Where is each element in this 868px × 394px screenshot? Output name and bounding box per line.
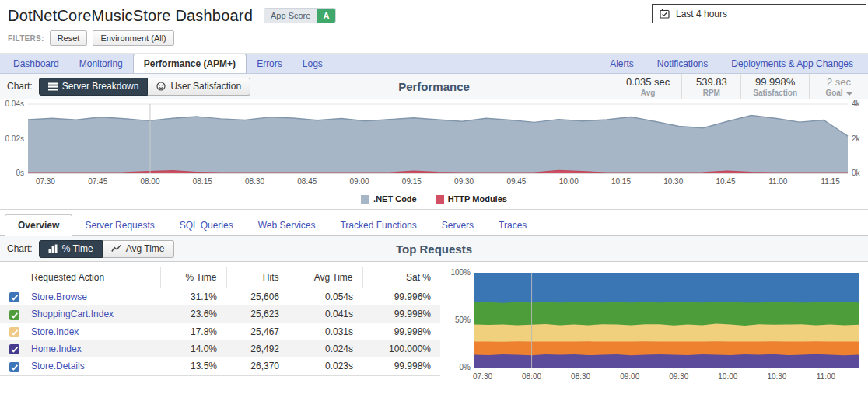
stat-avg-label: Avg: [641, 89, 656, 97]
row-checkbox[interactable]: [9, 344, 19, 354]
main-nav: Dashboard Monitoring Performance (APM+) …: [0, 53, 868, 74]
percent-time-toggle[interactable]: % Time: [39, 240, 103, 258]
svg-text:4k: 4k: [852, 99, 861, 108]
server-breakdown-label: Server Breakdown: [62, 81, 139, 92]
top-requests-content: Requested Action % Time Hits Avg Time Sa…: [0, 262, 868, 387]
svg-text:10:00: 10:00: [559, 177, 579, 186]
svg-text:08:00: 08:00: [522, 372, 541, 381]
pct-time-value: 17.8%: [160, 323, 226, 340]
subtab-overview[interactable]: Overview: [5, 214, 72, 236]
request-action-link[interactable]: ShoppingCart.Index: [26, 305, 160, 323]
subtab-traces[interactable]: Traces: [486, 215, 539, 235]
request-action-link[interactable]: Store.Details: [26, 357, 160, 375]
svg-text:09:00: 09:00: [350, 177, 369, 186]
reset-filters-button[interactable]: Reset: [50, 30, 88, 46]
pct-time-value: 14.0%: [160, 340, 226, 357]
filters-bar: FILTERS: Reset Environment (All): [0, 28, 868, 53]
row-checkbox[interactable]: [9, 310, 19, 320]
table-row: Store.Index 17.8% 25,467 0.031s 99.998%: [0, 323, 440, 340]
stat-rpm-label: RPM: [703, 89, 720, 97]
svg-text:10:30: 10:30: [767, 372, 786, 381]
app-score-label: App Score: [264, 9, 317, 23]
svg-text:08:30: 08:30: [245, 177, 264, 186]
check-icon: [9, 344, 19, 354]
stat-goal[interactable]: 2 sec Goal: [809, 74, 868, 99]
avg-time-value: 0.024s: [289, 340, 362, 357]
svg-text:10:30: 10:30: [663, 177, 683, 186]
stat-rpm: 539.83 RPM: [681, 74, 740, 99]
chart-label: Chart:: [7, 81, 33, 92]
page-title: DotNetCoreMusicStore Dashboard: [8, 7, 253, 25]
time-range-select[interactable]: Last 4 hours: [652, 4, 866, 23]
svg-text:09:30: 09:30: [669, 372, 688, 381]
legend-item-http-modules: HTTP Modules: [436, 194, 507, 204]
pct-time-value: 23.6%: [160, 305, 226, 323]
tab-errors[interactable]: Errors: [247, 54, 292, 73]
subtab-sql-queries[interactable]: SQL Queries: [167, 215, 246, 235]
row-checkbox[interactable]: [9, 327, 19, 337]
hits-value: 25,467: [226, 323, 289, 340]
subtab-servers[interactable]: Servers: [429, 215, 486, 235]
tab-dashboard[interactable]: Dashboard: [3, 54, 69, 73]
tab-performance-apm[interactable]: Performance (APM+): [133, 54, 247, 73]
http-modules-swatch: [436, 195, 444, 204]
pct-time-value: 31.1%: [160, 288, 226, 306]
col-hits: Hits: [226, 267, 289, 288]
svg-text:09:30: 09:30: [454, 177, 474, 186]
stat-goal-label: Goal: [825, 89, 852, 97]
avg-time-toggle[interactable]: Avg Time: [103, 240, 174, 258]
row-checkbox[interactable]: [9, 362, 19, 372]
requests-tabs: Overview Server Requests SQL Queries Web…: [0, 210, 868, 236]
filters-label: FILTERS:: [8, 34, 44, 43]
performance-chart-toggle: Server Breakdown User Satisfaction: [39, 78, 250, 96]
table-row: Store.Browse 31.1% 25,606 0.054s 99.996%: [0, 288, 440, 306]
tab-monitoring[interactable]: Monitoring: [69, 54, 133, 73]
stat-satisfaction-label: Satisfaction: [753, 89, 797, 97]
legend-item-dotnet-code: .NET Code: [361, 194, 417, 204]
col-pct-time: % Time: [160, 267, 226, 288]
svg-text:09:15: 09:15: [402, 177, 422, 186]
subtab-web-services[interactable]: Web Services: [246, 215, 328, 235]
user-satisfaction-icon: [156, 82, 166, 91]
check-icon: [9, 310, 19, 320]
svg-text:08:15: 08:15: [193, 177, 212, 186]
app-score-grade: A: [317, 9, 335, 23]
user-satisfaction-toggle[interactable]: User Satisfaction: [148, 78, 250, 96]
performance-chart[interactable]: 0s0k0.02s2k0.04s4k07:3007:4508:0008:1508…: [0, 99, 868, 190]
link-notifications[interactable]: Notifications: [646, 54, 719, 73]
hits-value: 25,623: [226, 305, 289, 323]
link-alerts[interactable]: Alerts: [598, 54, 646, 73]
svg-text:10:00: 10:00: [718, 372, 737, 381]
link-deployments[interactable]: Deployments & App Changes: [719, 54, 865, 73]
environment-filter-button[interactable]: Environment (All): [93, 30, 173, 46]
subtab-server-requests[interactable]: Server Requests: [72, 215, 166, 235]
performance-chart-legend: .NET Code HTTP Modules: [0, 192, 868, 206]
svg-text:07:45: 07:45: [88, 177, 107, 186]
svg-text:07:30: 07:30: [473, 372, 492, 381]
svg-text:10:45: 10:45: [716, 177, 736, 186]
tab-logs[interactable]: Logs: [292, 54, 333, 73]
svg-text:10:15: 10:15: [611, 177, 631, 186]
performance-chart-section: 0s0k0.02s2k0.04s4k07:3007:4508:0008:1508…: [0, 99, 868, 210]
stat-goal-value: 2 sec: [827, 76, 851, 88]
sat-pct-value: 99.996%: [362, 288, 440, 306]
stat-avg: 0.035 sec Avg: [614, 74, 681, 99]
performance-toolbar: Chart: Server Breakdown User Satisfactio…: [0, 74, 868, 99]
svg-text:11:00: 11:00: [817, 372, 836, 381]
request-action-link[interactable]: Store.Index: [26, 323, 160, 340]
request-action-link[interactable]: Store.Browse: [26, 288, 160, 306]
top-requests-chart[interactable]: 0%50%100%07:3008:0008:3009:0009:3010:001…: [451, 267, 868, 385]
table-row: ShoppingCart.Index 23.6% 25,623 0.041s 9…: [0, 305, 440, 323]
row-checkbox[interactable]: [9, 292, 19, 302]
svg-text:2k: 2k: [852, 134, 861, 143]
subtab-tracked-functions[interactable]: Tracked Functions: [327, 215, 429, 235]
requests-chart-label: Chart:: [7, 243, 33, 254]
request-action-link[interactable]: Home.Index: [26, 340, 160, 357]
server-breakdown-toggle[interactable]: Server Breakdown: [39, 78, 149, 96]
avg-time-value: 0.023s: [289, 357, 362, 375]
svg-text:0s: 0s: [16, 169, 24, 177]
svg-text:0%: 0%: [460, 363, 471, 371]
stat-satisfaction: 99.998% Satisfaction: [740, 74, 809, 99]
http-modules-legend-label: HTTP Modules: [448, 194, 507, 204]
svg-text:07:30: 07:30: [36, 177, 55, 186]
